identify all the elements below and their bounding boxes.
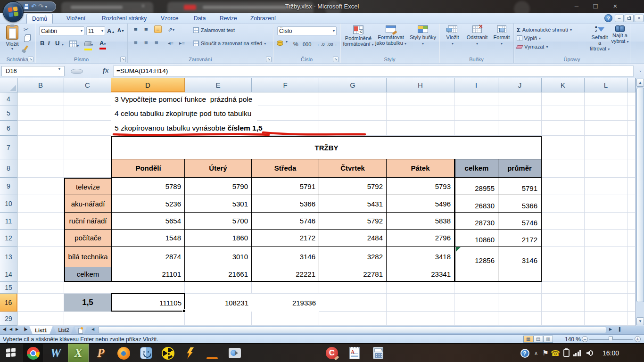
- cell-L6[interactable]: [585, 121, 627, 136]
- cell-C15[interactable]: [64, 282, 111, 294]
- qat-customize-icon[interactable]: ▾: [45, 5, 47, 9]
- alignment-dialog-launcher[interactable]: ↘: [266, 57, 272, 62]
- cell-H10[interactable]: 5496: [387, 195, 454, 213]
- cell-G14[interactable]: 22781: [319, 267, 387, 282]
- insert-worksheet-tab[interactable]: [74, 327, 87, 334]
- cell-C29[interactable]: [64, 312, 111, 326]
- cell-B10[interactable]: [17, 195, 64, 213]
- taskbar-winamp[interactable]: [180, 344, 200, 362]
- cell-G16[interactable]: [319, 294, 387, 312]
- cell-C13[interactable]: bílá technika: [64, 247, 111, 267]
- prev-sheet-icon[interactable]: ◀: [9, 327, 12, 331]
- cell-C16[interactable]: 1,5: [64, 294, 111, 312]
- cell-C4[interactable]: [64, 92, 111, 106]
- cell-B16[interactable]: [17, 294, 64, 312]
- view-normal-button[interactable]: ▦: [523, 336, 533, 343]
- cell-x16[interactable]: [627, 294, 636, 312]
- cell-G11[interactable]: 5792: [319, 213, 387, 230]
- cell-L15[interactable]: [585, 282, 627, 294]
- cell-I16[interactable]: [454, 294, 498, 312]
- align-center-button[interactable]: ≡: [144, 40, 149, 46]
- name-box-dropdown-icon[interactable]: ▼: [58, 67, 61, 71]
- tab-rozlozeni-stranky[interactable]: Rozložení stránky: [97, 14, 152, 24]
- tab-vzorce[interactable]: Vzorce: [156, 14, 183, 24]
- cell-D11[interactable]: 5654: [111, 213, 185, 230]
- cell-G5[interactable]: [319, 106, 387, 121]
- cell-F5[interactable]: [252, 106, 319, 121]
- cell-D8[interactable]: Pondělí: [111, 159, 185, 178]
- cell-J12[interactable]: 2172: [498, 230, 542, 247]
- cell-F15[interactable]: [252, 282, 319, 294]
- column-header-C[interactable]: C: [64, 78, 111, 92]
- cell-x29[interactable]: [627, 312, 636, 326]
- cell-F9[interactable]: 5791: [252, 178, 319, 195]
- background-maximize-button[interactable]: □: [588, 1, 603, 11]
- decrease-decimal-button[interactable]: .00→: [327, 41, 338, 47]
- cell-D4[interactable]: 3 Vypočítejte pomocí funkce prázdná pole: [111, 92, 258, 106]
- row-header-11[interactable]: 11: [0, 213, 17, 230]
- cell-H8[interactable]: Pátek: [387, 159, 454, 178]
- zoom-slider-thumb[interactable]: [609, 337, 613, 342]
- row-header-6[interactable]: 6: [0, 121, 17, 136]
- cell-J6[interactable]: [498, 121, 542, 136]
- cell-E29[interactable]: [185, 312, 252, 326]
- borders-button[interactable]: ▾: [69, 41, 79, 49]
- cell-x7[interactable]: [627, 136, 636, 159]
- percent-style-button[interactable]: %: [293, 41, 298, 47]
- cell-I29[interactable]: [454, 312, 498, 326]
- start-button[interactable]: [1, 344, 22, 362]
- cell-H29[interactable]: [387, 312, 454, 326]
- cell-J15[interactable]: [498, 282, 542, 294]
- cell-F16[interactable]: 219336: [252, 294, 319, 312]
- cell-L4[interactable]: [585, 92, 627, 106]
- cell-K7[interactable]: [542, 136, 585, 159]
- select-all-corner[interactable]: [0, 78, 17, 92]
- cell-F29[interactable]: [252, 312, 319, 326]
- column-header-D[interactable]: D: [111, 78, 185, 92]
- align-top-button[interactable]: ≡: [133, 26, 138, 33]
- cell-x5[interactable]: [627, 106, 636, 121]
- cell-K16[interactable]: [542, 294, 585, 312]
- cell-I14[interactable]: [454, 267, 498, 282]
- cell-styles-button[interactable]: Styly buňky ▾: [409, 25, 437, 47]
- row-header-7[interactable]: 7: [0, 136, 17, 159]
- selected-cell-D16[interactable]: [111, 293, 185, 312]
- align-bottom-button[interactable]: ≡: [154, 25, 162, 33]
- format-cells-button[interactable]: Formát▾: [491, 25, 512, 47]
- column-header-B[interactable]: B: [17, 78, 64, 92]
- tray-clipboard-app[interactable]: [561, 344, 571, 362]
- cell-J10[interactable]: 5366: [498, 195, 542, 213]
- cell-B29[interactable]: [17, 312, 64, 326]
- cell-K13[interactable]: [542, 247, 585, 267]
- cell-C8[interactable]: [64, 159, 111, 178]
- cell-E12[interactable]: 1860: [185, 230, 252, 247]
- font-dialog-launcher[interactable]: ↘: [120, 57, 126, 62]
- orientation-button[interactable]: ⇗▾: [167, 26, 175, 33]
- cell-I9[interactable]: 28955: [454, 178, 498, 195]
- cell-H15[interactable]: [387, 282, 454, 294]
- cell-E8[interactable]: Úterý: [185, 159, 252, 178]
- cell-D5[interactable]: 4 celou tabulku zkopírujte pod tuto tabu…: [111, 106, 257, 121]
- cell-H11[interactable]: 5838: [387, 213, 454, 230]
- cell-J9[interactable]: 5791: [498, 178, 542, 195]
- column-header-G[interactable]: G: [319, 78, 387, 92]
- taskbar-vlc[interactable]: [202, 344, 223, 362]
- view-page-layout-button[interactable]: ▤: [533, 336, 543, 343]
- cell-x10[interactable]: [627, 195, 636, 213]
- column-header-partial[interactable]: [627, 78, 636, 92]
- cell-B4[interactable]: [17, 92, 64, 106]
- cell-D9[interactable]: 5789: [111, 178, 185, 195]
- cell-D10[interactable]: 5236: [111, 195, 185, 213]
- cell-x4[interactable]: [627, 92, 636, 106]
- scroll-left-icon[interactable]: ◀: [91, 327, 94, 331]
- underline-button[interactable]: U: [55, 40, 59, 47]
- cell-B6[interactable]: [17, 121, 64, 136]
- comma-style-button[interactable]: 000: [303, 41, 311, 47]
- italic-button[interactable]: I: [48, 40, 50, 47]
- cell-H9[interactable]: 5793: [387, 178, 454, 195]
- cell-D7[interactable]: TRŽBY: [111, 136, 542, 159]
- taskbar-firefox[interactable]: [113, 344, 134, 362]
- cell-I4[interactable]: [454, 92, 498, 106]
- save-icon[interactable]: [24, 4, 29, 9]
- cell-I8[interactable]: celkem: [454, 159, 498, 178]
